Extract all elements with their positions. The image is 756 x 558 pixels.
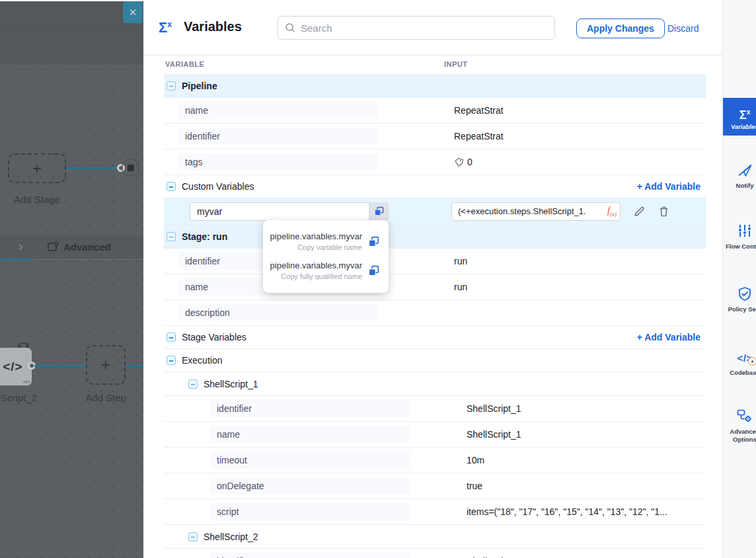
variable-value: items=("18", "17", "16", "15", "14", "13… [467, 506, 667, 517]
active-tab-underline [0, 259, 32, 260]
variable-name-cell[interactable]: name [210, 426, 410, 443]
table-row: identifier ShellScript_1 [164, 396, 706, 422]
table-row: name run [164, 274, 706, 300]
variable-name-cell[interactable]: script [210, 503, 410, 520]
collapse-icon[interactable] [167, 356, 176, 365]
variable-value: 0 [454, 157, 472, 167]
variable-name-cell[interactable]: tags [178, 153, 379, 171]
section-row-execution[interactable]: Execution [164, 349, 706, 372]
variable-name-cell[interactable]: onDelegate [210, 477, 410, 495]
step-connector-line [126, 365, 143, 367]
collapse-icon[interactable] [188, 532, 198, 541]
pipeline-studio-variables-screen: ✕ + Add Stage › Advanced </> </> [0, 0, 756, 558]
copy-variable-button[interactable] [369, 202, 389, 221]
close-drawer-button[interactable]: ✕ [123, 1, 143, 23]
flowchart-gear-icon [723, 409, 756, 426]
pipeline-canvas-dimmed: ✕ + Add Stage › Advanced </> </> [0, 0, 143, 558]
tags-count: 0 [467, 157, 472, 167]
code-badge-icon: </> [23, 379, 30, 384]
apply-changes-button[interactable]: Apply Changes [576, 19, 665, 38]
variable-name-cell[interactable]: identifier [210, 553, 410, 558]
variables-sigma-icon: Σx [159, 19, 172, 36]
drawer-icon-sidebar: Σx Variables Notify Flow Control [722, 0, 756, 558]
section-row-pipeline[interactable]: Pipeline [164, 74, 706, 98]
copy-variable-name-item[interactable]: pipeline.variables.myvar Copy variable n… [263, 227, 389, 256]
copy-icon [368, 236, 379, 247]
collapse-icon[interactable] [167, 182, 176, 191]
sidebar-item-flow-control[interactable]: Flow Control [723, 223, 756, 251]
copy-icon [368, 265, 379, 276]
copy-variable-popover: pipeline.variables.myvar Copy variable n… [263, 220, 389, 293]
chevron-right-icon[interactable]: › [19, 238, 23, 254]
variable-name-cell[interactable]: timeout [210, 452, 410, 469]
table-row: script items=("18", "17", "16", "15", "1… [164, 499, 706, 525]
paper-plane-icon [723, 163, 756, 180]
variable-value: ShellScript_1 [467, 403, 521, 414]
add-stage-button[interactable]: + [8, 153, 66, 183]
canvas-toolbar [0, 1, 143, 32]
drawer-header: Σx Variables Apply Changes Discard [143, 0, 722, 56]
table-row: timeout 10m [164, 448, 706, 473]
column-header-input: INPUT [444, 60, 468, 68]
variable-name-cell[interactable]: description [178, 304, 379, 321]
search-icon [285, 22, 295, 33]
variable-value: RepeatStrat [454, 105, 504, 116]
section-row-stage-variables[interactable]: Stage Variables + Add Variable [164, 326, 706, 349]
sidebar-item-advanced-options[interactable]: Advanced Options [723, 409, 756, 444]
copy-fqn-item[interactable]: pipeline.variables.myvar Copy fully qual… [263, 256, 389, 285]
variable-name-cell[interactable]: identifier [210, 400, 410, 417]
search-input[interactable] [301, 22, 554, 34]
variables-table: VARIABLE INPUT Pipeline name RepeatStrat… [164, 56, 706, 558]
expression-fx-icon[interactable]: f(x) [605, 206, 617, 218]
add-variable-button[interactable]: + Add Variable [637, 332, 700, 342]
variable-value: 10m [467, 455, 484, 465]
discard-button[interactable]: Discard [667, 23, 699, 34]
codebase-icon: </> ▲ [723, 350, 756, 367]
section-row-shellscript-2[interactable]: ShellScript_2 [164, 525, 706, 549]
variable-name-cell[interactable]: identifier [178, 128, 379, 145]
add-step-label: Add Step [81, 392, 131, 403]
section-row-custom-variables[interactable]: Custom Variables + Add Variable [164, 175, 706, 198]
sidebar-item-notify[interactable]: Notify [723, 163, 756, 190]
shield-check-icon [723, 286, 756, 303]
variable-value: true [467, 481, 482, 491]
table-row: name RepeatStrat [164, 98, 706, 124]
sidebar-item-policy-sets[interactable]: Policy Sets [723, 286, 756, 313]
table-row: identifier run [164, 249, 706, 274]
add-variable-button[interactable]: + Add Variable [637, 181, 700, 192]
section-row-shellscript-1[interactable]: ShellScript_1 [164, 372, 706, 396]
table-row: identifier ShellScript_2 [164, 549, 706, 558]
tab-advanced[interactable]: Advanced [47, 241, 111, 253]
canvas-toolbar-secondary [0, 33, 143, 64]
collapse-icon[interactable] [167, 81, 176, 91]
variable-value-input[interactable]: (<+execution.steps.ShellScript_1. f(x) [451, 202, 621, 221]
table-header: VARIABLE INPUT [164, 56, 706, 74]
shellscript-step-node[interactable]: </> </> [0, 348, 32, 385]
variable-name-input[interactable] [190, 202, 369, 221]
canvas-dot-grid [0, 64, 143, 558]
search-box [278, 16, 555, 40]
table-row: description [164, 300, 706, 326]
step-connector-line [34, 365, 87, 367]
plus-icon: + [101, 356, 110, 374]
close-icon: ✕ [129, 7, 137, 19]
sliders-icon [723, 223, 756, 241]
add-step-button[interactable]: + [86, 345, 126, 385]
step-name-label: lScript_2 [0, 392, 37, 403]
edit-variable-button[interactable] [633, 205, 646, 218]
variable-value: RepeatStrat [454, 131, 504, 141]
variable-name-cell[interactable]: name [178, 102, 379, 119]
collapse-icon[interactable] [188, 379, 198, 389]
code-icon: </> [3, 360, 22, 374]
sidebar-item-codebase[interactable]: </> ▲ Codebase [723, 350, 756, 377]
sidebar-item-variables[interactable]: Σx Variables [723, 98, 756, 136]
collapse-icon[interactable] [167, 232, 176, 241]
trash-icon [658, 206, 669, 218]
delete-variable-button[interactable] [658, 206, 669, 218]
plus-icon: + [32, 159, 42, 178]
advanced-tab-label: Advanced [63, 241, 111, 253]
collapse-icon[interactable] [167, 333, 176, 342]
variables-drawer: Σx Variables Apply Changes Discard VARIA… [143, 0, 722, 558]
column-header-variable: VARIABLE [165, 60, 204, 68]
section-row-stage-run[interactable]: Stage: run [164, 225, 706, 249]
